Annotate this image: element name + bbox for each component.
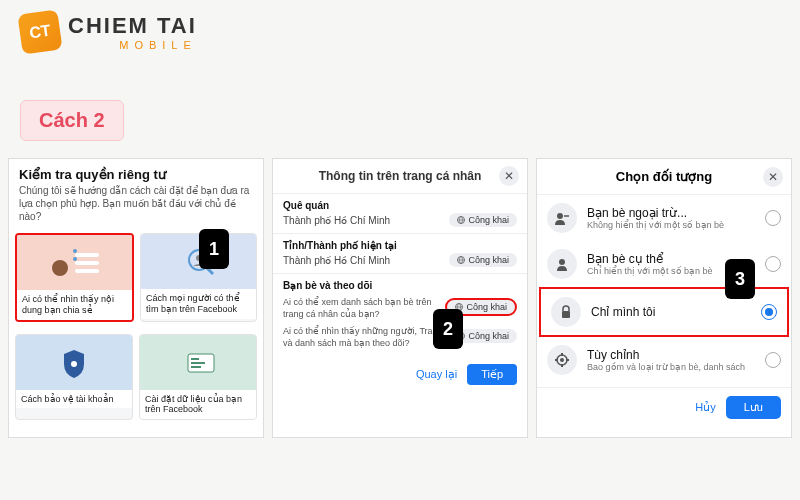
option-title: Chỉ mình tôi xyxy=(591,305,751,319)
step-badge: Cách 2 xyxy=(20,100,124,141)
card-illustration xyxy=(17,235,132,290)
option-subtitle: Không hiển thị với một số bạn bè xyxy=(587,220,755,230)
card-label: Ai có thể nhìn thấy nội dung bạn chia sẻ xyxy=(17,290,132,320)
svg-rect-33 xyxy=(561,364,563,367)
step-number-1: 1 xyxy=(199,229,229,269)
logo-subtitle: MOBILE xyxy=(68,39,197,51)
panel-choose-audience: Chọn đối tượng ✕ Bạn bè ngoại trừ... Khô… xyxy=(536,158,792,438)
close-icon[interactable]: ✕ xyxy=(763,167,783,187)
panel1-title: Kiểm tra quyền riêng tư xyxy=(19,167,253,182)
panel1-desc: Chúng tôi sẽ hướng dẫn cách cài đặt để b… xyxy=(19,184,253,223)
panel-profile-info: Thông tin trên trang cá nhân ✕ Quê quán … xyxy=(272,158,528,438)
city-value: Thành phố Hồ Chí Minh xyxy=(283,255,390,266)
lock-icon xyxy=(551,297,581,327)
svg-rect-29 xyxy=(562,311,570,318)
card-account-security[interactable]: Cách bảo vệ tài khoản xyxy=(15,334,133,421)
option-custom[interactable]: Tùy chỉnh Bao gồm và loại trừ bạn bè, da… xyxy=(537,337,791,383)
card-illustration xyxy=(140,335,256,390)
svg-rect-2 xyxy=(73,249,77,253)
step-number-3: 3 xyxy=(725,259,755,299)
svg-rect-3 xyxy=(75,261,99,265)
panel3-title: Chọn đối tượng xyxy=(616,169,712,184)
hometown-label: Quê quán xyxy=(283,200,517,211)
logo-icon: CT xyxy=(17,9,62,54)
option-subtitle: Bao gồm và loại trừ bạn bè, danh sách xyxy=(587,362,755,372)
gear-icon xyxy=(547,345,577,375)
svg-rect-35 xyxy=(566,359,569,361)
step-number-2: 2 xyxy=(433,309,463,349)
globe-icon xyxy=(457,216,465,224)
svg-rect-13 xyxy=(191,366,201,368)
svg-rect-34 xyxy=(555,359,558,361)
follow-q2: Ai có thể nhìn thấy những người, Trang v… xyxy=(283,326,449,349)
audience-pill-city[interactable]: Công khai xyxy=(449,253,517,267)
panel2-title: Thông tin trên trang cá nhân xyxy=(319,169,482,183)
card-illustration xyxy=(16,335,132,390)
save-button[interactable]: Lưu xyxy=(726,396,781,419)
audience-pill-hometown[interactable]: Công khai xyxy=(449,213,517,227)
panel-privacy-checkup: Kiểm tra quyền riêng tư Chúng tôi sẽ hướ… xyxy=(8,158,264,438)
svg-point-28 xyxy=(559,259,565,265)
brand-logo: CT CHIEM TAI MOBILE xyxy=(20,12,197,52)
option-friends-except[interactable]: Bạn bè ngoại trừ... Không hiển thị với m… xyxy=(537,195,791,241)
close-icon[interactable]: ✕ xyxy=(499,166,519,186)
friends-except-icon xyxy=(547,203,577,233)
follow-q1: Ai có thể xem danh sách bạn bè trên tran… xyxy=(283,297,445,320)
card-label: Cài đặt dữ liệu của bạn trên Facebook xyxy=(140,390,256,420)
follow-label: Bạn bè và theo dõi xyxy=(283,280,517,291)
hometown-value: Thành phố Hồ Chí Minh xyxy=(283,215,390,226)
back-button[interactable]: Quay lại xyxy=(416,368,457,381)
svg-point-31 xyxy=(560,358,564,362)
radio-unchecked[interactable] xyxy=(765,210,781,226)
globe-icon xyxy=(457,256,465,264)
svg-rect-4 xyxy=(73,257,77,261)
svg-rect-1 xyxy=(75,253,99,257)
svg-point-9 xyxy=(71,361,77,367)
radio-unchecked[interactable] xyxy=(765,352,781,368)
card-label: Cách bảo vệ tài khoản xyxy=(16,390,132,409)
logo-title: CHIEM TAI xyxy=(68,13,197,39)
svg-rect-11 xyxy=(191,358,199,360)
card-label: Cách mọi người có thể tìm bạn trên Faceb… xyxy=(141,289,256,319)
svg-rect-12 xyxy=(191,362,205,364)
next-button[interactable]: Tiếp xyxy=(467,364,517,385)
city-label: Tỉnh/Thành phố hiện tại xyxy=(283,240,517,251)
option-title: Tùy chỉnh xyxy=(587,348,755,362)
cancel-button[interactable]: Hủy xyxy=(695,401,715,414)
option-title: Bạn bè ngoại trừ... xyxy=(587,206,755,220)
svg-rect-32 xyxy=(561,353,563,356)
svg-rect-5 xyxy=(75,269,99,273)
svg-point-0 xyxy=(52,260,68,276)
radio-checked[interactable] xyxy=(761,304,777,320)
card-who-sees[interactable]: Ai có thể nhìn thấy nội dung bạn chia sẻ xyxy=(15,233,134,322)
radio-unchecked[interactable] xyxy=(765,256,781,272)
svg-point-26 xyxy=(557,213,563,219)
card-data-settings[interactable]: Cài đặt dữ liệu của bạn trên Facebook xyxy=(139,334,257,421)
specific-friends-icon xyxy=(547,249,577,279)
